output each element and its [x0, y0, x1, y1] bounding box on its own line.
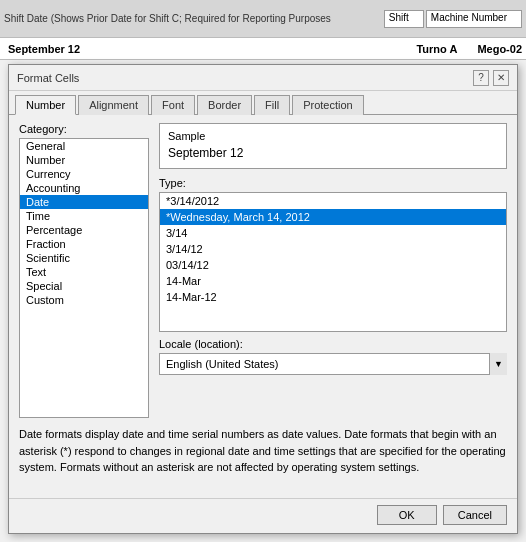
category-date[interactable]: Date — [20, 195, 148, 209]
type-item-5[interactable]: 14-Mar — [160, 273, 506, 289]
type-item-4[interactable]: 03/14/12 — [160, 257, 506, 273]
category-list[interactable]: General Number Currency Accounting Date … — [19, 138, 149, 418]
category-number[interactable]: Number — [20, 153, 148, 167]
turno-value: Turno A — [416, 43, 457, 55]
type-item-0[interactable]: *3/14/2012 — [160, 193, 506, 209]
category-scientific[interactable]: Scientific — [20, 251, 148, 265]
category-special[interactable]: Special — [20, 279, 148, 293]
category-text[interactable]: Text — [20, 265, 148, 279]
machine-label: Machine Number — [431, 12, 507, 23]
category-currency[interactable]: Currency — [20, 167, 148, 181]
address-bar: September 12 Turno A Mego-02 — [0, 38, 526, 60]
tab-protection[interactable]: Protection — [292, 95, 364, 115]
dialog-main: Category: General Number Currency Accoun… — [19, 123, 507, 418]
category-section: Category: General Number Currency Accoun… — [19, 123, 149, 418]
machine-dropdown[interactable]: Machine Number — [426, 10, 522, 28]
type-item-6[interactable]: 14-Mar-12 — [160, 289, 506, 305]
dialog-close-button[interactable]: ✕ — [493, 70, 509, 86]
tab-fill[interactable]: Fill — [254, 95, 290, 115]
sample-value: September 12 — [168, 144, 498, 162]
dialog-titlebar: Format Cells ? ✕ — [9, 65, 517, 91]
shift-value: Shift — [389, 12, 409, 23]
locale-select-wrapper: English (United States) ▼ — [159, 353, 507, 375]
category-custom[interactable]: Custom — [20, 293, 148, 307]
ok-button[interactable]: OK — [377, 505, 437, 525]
type-item-2[interactable]: 3/14 — [160, 225, 506, 241]
shift-label: Shift Date (Shows Prior Date for Shift C… — [4, 12, 380, 25]
type-list-wrapper: *3/14/2012 *Wednesday, March 14, 2012 3/… — [159, 192, 507, 332]
category-accounting[interactable]: Accounting — [20, 181, 148, 195]
dialog-body: Category: General Number Currency Accoun… — [9, 115, 517, 494]
right-panel: Sample September 12 Type: *3/14/2012 *We… — [159, 123, 507, 418]
sample-label: Sample — [168, 130, 498, 142]
type-list[interactable]: *3/14/2012 *Wednesday, March 14, 2012 3/… — [160, 193, 506, 331]
format-cells-dialog: Format Cells ? ✕ Number Alignment Font B… — [8, 64, 518, 534]
tab-number[interactable]: Number — [15, 95, 76, 115]
type-item-3[interactable]: 3/14/12 — [160, 241, 506, 257]
tab-border[interactable]: Border — [197, 95, 252, 115]
category-general[interactable]: General — [20, 139, 148, 153]
description-area: Date formats display date and time seria… — [19, 426, 507, 486]
locale-select[interactable]: English (United States) — [159, 353, 507, 375]
top-bar: Shift Date (Shows Prior Date for Shift C… — [0, 0, 526, 38]
category-percentage[interactable]: Percentage — [20, 223, 148, 237]
category-label: Category: — [19, 123, 149, 135]
dialog-controls: ? ✕ — [473, 70, 509, 86]
top-bar-dropdowns: Shift Machine Number — [384, 10, 522, 28]
cell-address: September 12 — [4, 43, 84, 55]
category-time[interactable]: Time — [20, 209, 148, 223]
tab-font[interactable]: Font — [151, 95, 195, 115]
type-label: Type: — [159, 177, 507, 189]
sample-section: Sample September 12 — [159, 123, 507, 169]
cancel-button[interactable]: Cancel — [443, 505, 507, 525]
mego-value: Mego-02 — [477, 43, 522, 55]
category-fraction[interactable]: Fraction — [20, 237, 148, 251]
dialog-help-button[interactable]: ? — [473, 70, 489, 86]
tab-alignment[interactable]: Alignment — [78, 95, 149, 115]
address-bar-right: Turno A Mego-02 — [416, 43, 522, 55]
type-item-1[interactable]: *Wednesday, March 14, 2012 — [160, 209, 506, 225]
locale-label: Locale (location): — [159, 338, 507, 350]
tab-bar: Number Alignment Font Border Fill Protec… — [9, 91, 517, 115]
dialog-title: Format Cells — [17, 72, 79, 84]
dialog-footer: OK Cancel — [9, 498, 517, 533]
shift-dropdown[interactable]: Shift — [384, 10, 424, 28]
